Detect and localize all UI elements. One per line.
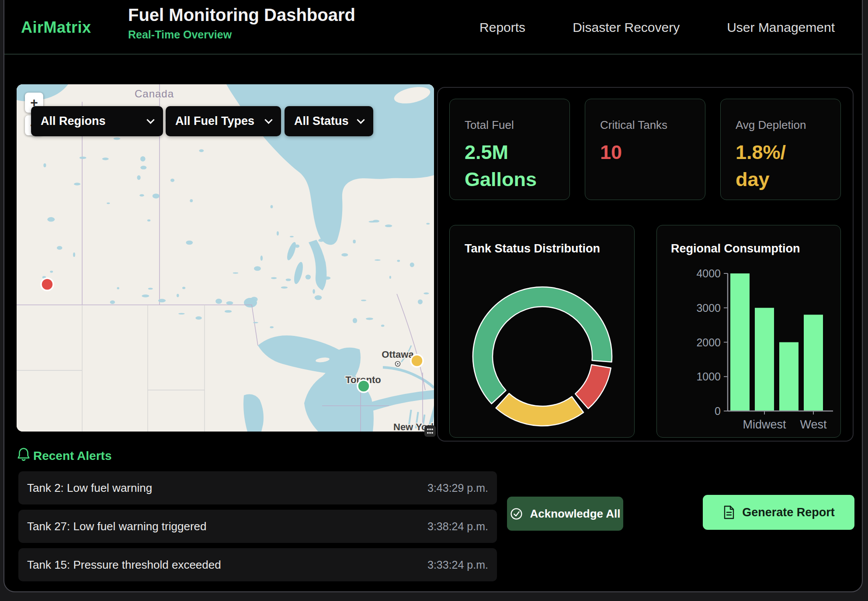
map-label-ottawa: Ottawa — [382, 349, 414, 360]
alert-row[interactable]: Tank 27: Low fuel warning triggered 3:38… — [18, 510, 497, 543]
stat-card-critical-tanks: Critical Tanks 10 — [585, 99, 705, 200]
small-lake — [254, 266, 261, 271]
stat-card-total-fuel: Total Fuel 2.5M Gallons — [449, 99, 570, 200]
small-lake — [271, 277, 277, 279]
alert-row[interactable]: Tank 15: Pressure threshold exceeded 3:3… — [18, 548, 497, 581]
small-lake — [110, 300, 115, 304]
y-tick-label: 1000 — [696, 370, 721, 383]
small-lake — [375, 259, 381, 261]
small-lake — [248, 298, 250, 302]
fuel-type-filter-value: All Fuel Types — [175, 114, 258, 128]
small-lake — [107, 202, 110, 204]
small-lake — [277, 231, 279, 235]
small-lake — [225, 310, 232, 313]
small-lake — [102, 158, 109, 160]
status-filter-select[interactable]: All Status — [285, 106, 373, 136]
small-lake — [140, 156, 146, 162]
small-lake — [43, 163, 46, 167]
region-filter-select[interactable]: All Regions — [31, 106, 163, 136]
main-nav: Reports Disaster Recovery User Managemen… — [479, 0, 835, 55]
map-label-canada: Canada — [135, 88, 174, 100]
small-lake — [389, 276, 391, 279]
y-tick-label: 4000 — [696, 267, 721, 280]
small-lake — [74, 183, 80, 185]
generate-report-label: Generate Report — [742, 506, 835, 519]
alert-row[interactable]: Tank 2: Low fuel warning 3:43:29 p.m. — [18, 471, 497, 504]
small-lake — [381, 325, 385, 327]
small-lake — [139, 194, 144, 197]
document-icon — [722, 505, 736, 520]
small-lake — [418, 299, 423, 304]
fuel-type-filter-select[interactable]: All Fuel Types — [166, 106, 281, 136]
bar-region-0 — [730, 273, 750, 411]
small-lake — [186, 241, 193, 245]
tank-marker-warning[interactable] — [411, 355, 423, 367]
fuel-map[interactable]: Canada Ottawa Toronto New York + − All R… — [17, 84, 434, 432]
small-lake — [158, 299, 166, 302]
page-title: Fuel Monitoring Dashboard — [128, 5, 355, 25]
region-filter-value: All Regions — [41, 114, 140, 128]
title-block: Fuel Monitoring Dashboard Real-Time Over… — [128, 5, 355, 41]
small-lake — [353, 240, 356, 243]
small-lake — [199, 149, 204, 152]
bar-region-2 — [779, 342, 799, 411]
small-lake — [233, 272, 238, 273]
small-lake — [80, 156, 87, 159]
y-tick-label: 3000 — [696, 302, 721, 314]
y-tick-label: 2000 — [696, 336, 721, 349]
stat-value-critical-tanks: 10 — [600, 139, 690, 166]
small-lake — [226, 301, 233, 305]
small-lake — [190, 199, 193, 202]
stat-card-avg-depletion: Avg Depletion 1.8%/ day — [720, 99, 841, 200]
small-lake — [170, 179, 174, 182]
alert-message: Tank 27: Low fuel warning triggered — [27, 520, 427, 533]
bar-region-3 — [804, 315, 823, 411]
nav-disaster-recovery[interactable]: Disaster Recovery — [573, 20, 680, 35]
small-lake — [323, 276, 330, 280]
alert-time: 3:43:29 p.m. — [427, 482, 488, 494]
nav-reports[interactable]: Reports — [479, 20, 525, 35]
check-circle-icon — [510, 507, 523, 521]
small-lake — [286, 279, 291, 281]
nav-user-management[interactable]: User Management — [727, 20, 835, 35]
small-lake — [47, 217, 55, 221]
tank-marker-critical[interactable] — [41, 278, 53, 290]
stat-value-total-fuel: 2.5M Gallons — [465, 139, 555, 193]
small-lake — [424, 293, 429, 294]
small-lake — [250, 297, 257, 302]
regional-consumption-card: Regional Consumption 01000200030004000Mi… — [656, 225, 841, 438]
donut-segment-warning — [496, 394, 583, 426]
stat-label: Avg Depletion — [736, 118, 826, 132]
small-lake — [50, 271, 53, 273]
small-lake — [57, 246, 62, 250]
small-lake — [295, 245, 300, 248]
map-resize-handle[interactable] — [424, 425, 436, 437]
small-lake — [215, 299, 222, 304]
donut-segment-critical — [575, 365, 611, 408]
acknowledge-all-button[interactable]: Acknowledge All — [507, 497, 623, 531]
small-lake — [368, 221, 375, 223]
small-lake — [366, 318, 373, 320]
header: AirMatrix Fuel Monitoring Dashboard Real… — [4, 0, 862, 55]
brand-logo: AirMatrix — [21, 18, 91, 37]
alert-time: 3:33:24 p.m. — [427, 559, 488, 571]
small-lake — [178, 313, 184, 314]
chevron-down-icon — [146, 116, 154, 124]
small-lake — [137, 175, 141, 180]
generate-report-button[interactable]: Generate Report — [703, 495, 854, 530]
small-lake — [253, 322, 258, 323]
tank-marker-normal[interactable] — [358, 380, 370, 392]
small-lake — [73, 252, 75, 257]
stat-label: Total Fuel — [465, 118, 555, 132]
alerts-heading: Recent Alerts — [33, 449, 111, 463]
small-lake — [260, 256, 263, 261]
tank-status-donut-chart — [450, 225, 635, 438]
stat-label: Critical Tanks — [600, 118, 690, 132]
small-lake — [361, 300, 366, 301]
x-tick-label: Midwest — [743, 418, 786, 431]
status-filter-value: All Status — [294, 114, 350, 128]
small-lake — [281, 287, 288, 289]
small-lake — [306, 275, 311, 280]
small-lake — [148, 288, 153, 290]
small-lake — [140, 166, 146, 169]
